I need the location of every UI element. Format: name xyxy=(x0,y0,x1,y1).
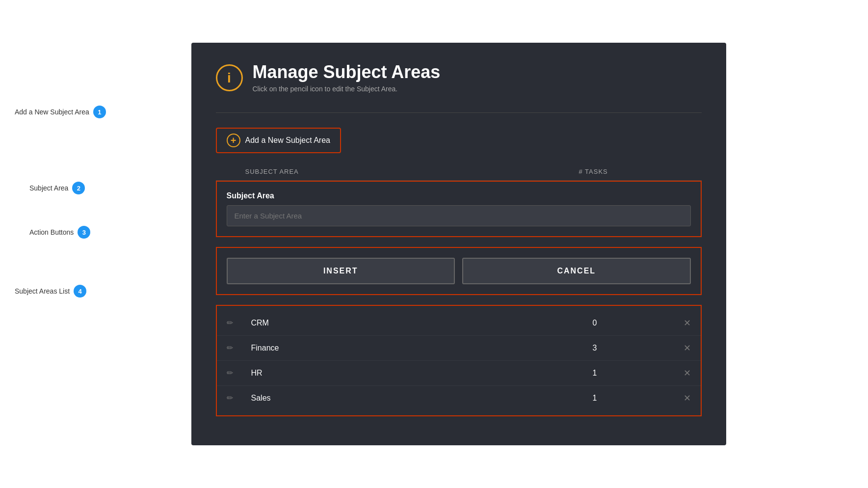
add-new-subject-area-button[interactable]: + Add a New Subject Area xyxy=(216,128,341,153)
subject-areas-list: ✏ CRM 0 ✕ ✏ Finance 3 ✕ ✏ HR 1 ✕ ✏ Sales… xyxy=(216,305,702,416)
header-text: Manage Subject Areas Click on the pencil… xyxy=(253,62,441,93)
subject-area-name: Finance xyxy=(251,344,593,352)
task-count: 1 xyxy=(593,394,666,403)
col-subject-area: SUBJECT AREA xyxy=(245,168,579,175)
annotation-2-label: Subject Area xyxy=(29,184,68,192)
annotation-4-label: Subject Areas List xyxy=(15,287,70,295)
plus-icon: + xyxy=(227,134,240,147)
list-item: ✏ Finance 3 ✕ xyxy=(217,336,701,361)
header-divider xyxy=(216,112,702,113)
list-item: ✏ HR 1 ✕ xyxy=(217,361,701,386)
list-item: ✏ CRM 0 ✕ xyxy=(217,311,701,336)
annotation-1-badge: 1 xyxy=(93,106,106,118)
page-subtitle: Click on the pencil icon to edit the Sub… xyxy=(253,85,441,93)
plus-symbol: + xyxy=(231,136,237,145)
insert-button[interactable]: INSERT xyxy=(227,258,455,284)
annotation-1: Add a New Subject Area 1 xyxy=(15,106,106,118)
annotation-4-badge: 4 xyxy=(74,285,86,298)
cancel-button[interactable]: CANCEL xyxy=(462,258,691,284)
annotation-1-label: Add a New Subject Area xyxy=(15,108,89,116)
table-header: SUBJECT AREA # TASKS xyxy=(216,163,702,181)
subject-area-name: Sales xyxy=(251,394,593,403)
annotation-4: Subject Areas List 4 xyxy=(15,285,86,298)
page-wrapper: Add a New Subject Area 1 Subject Area 2 … xyxy=(0,0,868,488)
header: i Manage Subject Areas Click on the penc… xyxy=(216,62,702,93)
main-panel: i Manage Subject Areas Click on the penc… xyxy=(191,43,726,445)
info-icon: i xyxy=(216,64,243,91)
delete-icon[interactable]: ✕ xyxy=(666,368,691,379)
edit-icon[interactable]: ✏ xyxy=(227,343,251,352)
annotation-2: Subject Area 2 xyxy=(29,182,85,194)
info-icon-text: i xyxy=(227,70,231,86)
edit-icon[interactable]: ✏ xyxy=(227,368,251,378)
subject-area-name: CRM xyxy=(251,319,593,327)
list-item: ✏ Sales 1 ✕ xyxy=(217,386,701,410)
task-count: 0 xyxy=(593,319,666,327)
delete-icon[interactable]: ✕ xyxy=(666,318,691,328)
delete-icon[interactable]: ✕ xyxy=(666,343,691,353)
delete-icon[interactable]: ✕ xyxy=(666,393,691,404)
form-label: Subject Area xyxy=(227,191,691,200)
subject-area-input[interactable] xyxy=(227,205,691,226)
task-count: 3 xyxy=(593,344,666,352)
page-title: Manage Subject Areas xyxy=(253,62,441,82)
edit-icon[interactable]: ✏ xyxy=(227,318,251,327)
add-new-button-label: Add a New Subject Area xyxy=(245,136,330,145)
action-buttons-section: INSERT CANCEL xyxy=(216,247,702,295)
annotation-2-badge: 2 xyxy=(72,182,85,194)
subject-area-name: HR xyxy=(251,369,593,378)
annotations-panel: Add a New Subject Area 1 Subject Area 2 … xyxy=(0,0,167,488)
annotation-3: Action Buttons 3 xyxy=(29,226,90,239)
subject-area-form: Subject Area xyxy=(216,181,702,237)
edit-icon[interactable]: ✏ xyxy=(227,393,251,403)
col-tasks: # TASKS xyxy=(579,168,677,175)
task-count: 1 xyxy=(593,369,666,378)
annotation-3-label: Action Buttons xyxy=(29,228,74,236)
annotation-3-badge: 3 xyxy=(78,226,90,239)
